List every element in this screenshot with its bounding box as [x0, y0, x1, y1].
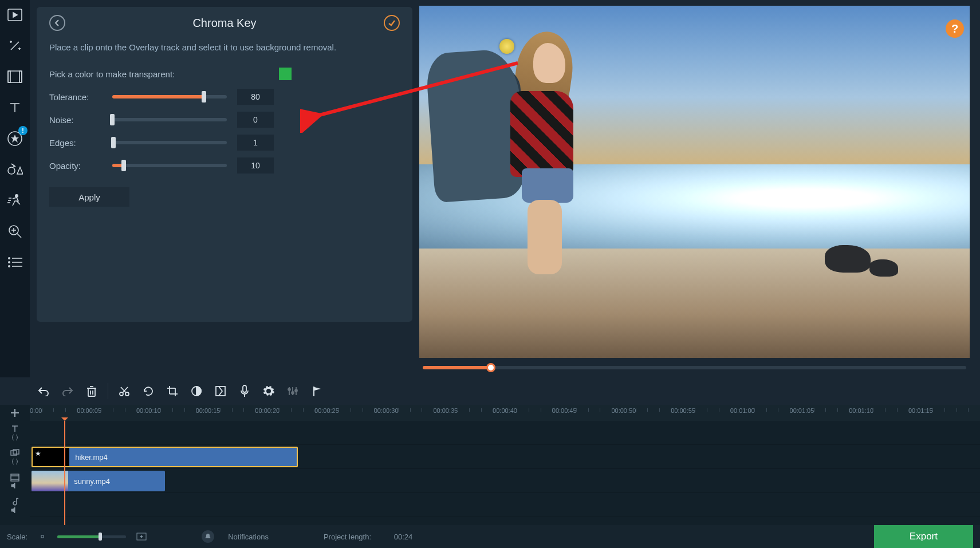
ruler-label: 00:00:10: [136, 407, 161, 414]
list-icon[interactable]: [5, 252, 25, 273]
wand-icon[interactable]: [5, 36, 25, 56]
edges-value[interactable]: 1: [237, 135, 274, 151]
star-icon[interactable]: !: [5, 128, 25, 149]
chroma-key-panel: Chroma Key Place a clip onto the Overlay…: [37, 7, 412, 322]
add-track-button[interactable]: [0, 405, 30, 421]
audio-track[interactable]: [30, 493, 980, 517]
preview-viewport[interactable]: ?: [419, 6, 970, 358]
project-length-value: 00:24: [394, 533, 413, 541]
export-button[interactable]: Export: [874, 525, 973, 548]
scale-label: Scale:: [7, 533, 27, 541]
svg-point-30: [8, 265, 10, 267]
playhead[interactable]: [64, 421, 65, 525]
overlay-track[interactable]: ★hiker.mp4: [30, 445, 980, 469]
filters-icon[interactable]: [5, 66, 25, 87]
marker-button[interactable]: [306, 381, 327, 401]
svg-marker-66: [314, 387, 321, 391]
color-adjust-button[interactable]: [186, 381, 207, 401]
notifications-label[interactable]: Notifications: [228, 533, 269, 541]
clip-video[interactable]: sunny.mp4: [32, 471, 164, 491]
redo-button[interactable]: [57, 381, 78, 401]
clip-overlay[interactable]: ★hiker.mp4: [32, 447, 298, 467]
project-length-label: Project length:: [324, 533, 371, 541]
record-audio-button[interactable]: [234, 381, 255, 401]
tolerance-label: Tolerance:: [49, 92, 112, 102]
svg-point-63: [292, 392, 294, 394]
svg-point-28: [8, 261, 10, 263]
opacity-slider[interactable]: [112, 160, 227, 171]
track-head-overlay[interactable]: [0, 445, 30, 469]
ruler-label: 00:00:50: [611, 407, 636, 414]
text-tool-icon[interactable]: [5, 97, 25, 118]
undo-button[interactable]: [33, 381, 54, 401]
ruler-label: 00:00:05: [77, 407, 101, 414]
svg-rect-71: [11, 451, 17, 455]
timeline: 00:00:0000:00:0500:00:1000:00:1500:00:20…: [0, 405, 980, 525]
noise-value[interactable]: 0: [237, 112, 274, 128]
back-button[interactable]: [49, 15, 65, 31]
crop-button[interactable]: [162, 381, 183, 401]
edges-label: Edges:: [49, 138, 112, 148]
track-head-titles[interactable]: [0, 421, 30, 445]
motion-icon[interactable]: [5, 190, 25, 211]
ruler-label: 00:00:00: [30, 407, 42, 414]
effect-star-icon: ★: [35, 450, 41, 458]
shapes-icon[interactable]: [5, 159, 25, 180]
svg-marker-76: [11, 483, 15, 488]
noise-label: Noise:: [49, 115, 112, 125]
settings-button[interactable]: [258, 381, 279, 401]
split-button[interactable]: [114, 381, 135, 401]
delete-button[interactable]: [81, 381, 102, 401]
svg-line-2: [11, 42, 19, 50]
svg-line-77: [17, 498, 18, 499]
svg-marker-15: [17, 167, 23, 174]
scale-slider[interactable]: [57, 532, 126, 541]
svg-point-18: [15, 194, 18, 198]
confirm-button[interactable]: [384, 15, 400, 31]
pick-color-label: Pick a color to make transparent:: [49, 69, 175, 79]
zoom-icon[interactable]: [5, 221, 25, 242]
tolerance-slider[interactable]: [112, 91, 227, 102]
rotate-button[interactable]: [138, 381, 159, 401]
titles-track[interactable]: [30, 421, 980, 445]
opacity-value[interactable]: 10: [237, 157, 274, 174]
media-icon[interactable]: [5, 5, 25, 25]
ruler-label: 00:00:20: [255, 407, 280, 414]
timeline-ruler[interactable]: 00:00:0000:00:0500:00:1000:00:1500:00:20…: [30, 405, 980, 421]
svg-rect-41: [88, 388, 95, 396]
clip-name: sunny.mp4: [74, 477, 110, 486]
svg-rect-56: [243, 385, 246, 392]
notifications-icon[interactable]: [202, 530, 214, 543]
svg-point-26: [8, 257, 10, 259]
svg-rect-79: [41, 535, 44, 538]
preview-scrubber[interactable]: [419, 358, 970, 377]
track-head-video[interactable]: [0, 469, 30, 493]
ruler-label: 00:00:45: [552, 407, 577, 414]
help-button[interactable]: ?: [946, 19, 964, 38]
track-head-audio[interactable]: [0, 493, 30, 517]
star-badge: !: [18, 126, 27, 135]
ruler-label: 00:00:25: [314, 407, 339, 414]
svg-point-64: [295, 389, 297, 392]
preview-rock: [825, 245, 871, 273]
video-track[interactable]: sunny.mp4: [30, 469, 980, 493]
scale-max-icon: [136, 533, 147, 541]
color-swatch[interactable]: [279, 68, 292, 80]
tolerance-value[interactable]: 80: [237, 89, 274, 105]
ruler-label: 00:01:10: [849, 407, 873, 414]
svg-rect-72: [13, 450, 19, 454]
clip-properties-button[interactable]: [210, 381, 231, 401]
equalizer-button[interactable]: [282, 381, 303, 401]
clip-thumbnail: [32, 471, 68, 491]
cursor-indicator: [499, 39, 514, 54]
apply-button[interactable]: Apply: [49, 187, 129, 207]
svg-rect-8: [8, 71, 10, 82]
status-bar: Scale: Notifications Project length: 00:…: [0, 525, 980, 548]
preview-subject: [430, 34, 579, 274]
clip-name: hiker.mp4: [75, 453, 107, 462]
ruler-label: 00:00:30: [374, 407, 399, 414]
edges-slider[interactable]: [112, 137, 227, 148]
ruler-label: 00:01:15: [908, 407, 933, 414]
timeline-toolbar: [0, 377, 980, 405]
noise-slider[interactable]: [112, 114, 227, 125]
